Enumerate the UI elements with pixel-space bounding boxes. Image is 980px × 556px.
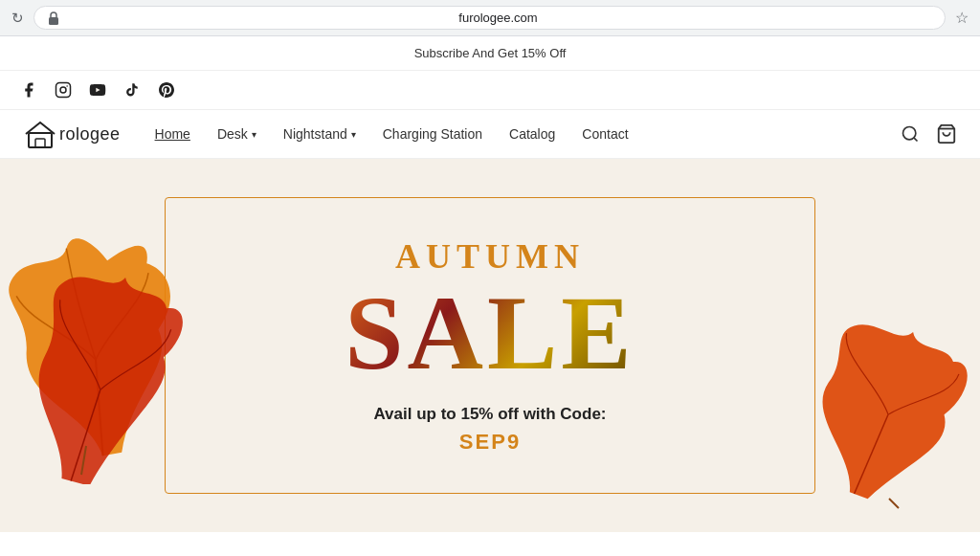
promo-banner: Subscribe And Get 15% Off: [0, 36, 980, 71]
hero-sale-text: SALE: [223, 280, 757, 386]
logo-house-icon: [23, 120, 57, 148]
chevron-down-icon: ▾: [351, 129, 356, 140]
nav-link-charging-station[interactable]: Charging Station: [383, 126, 482, 142]
hero-promo-code: SEP9: [223, 430, 757, 455]
svg-line-8: [914, 138, 918, 142]
social-bar: [0, 71, 980, 110]
browser-nav-icons: ↻: [11, 10, 24, 27]
hero-autumn-text: AUTUMN: [223, 236, 757, 277]
hero-subtitle: Avail up to 15% off with Code:: [223, 405, 757, 424]
hero-banner-box: AUTUMN SALE Avail up to 15% off with Cod…: [165, 197, 815, 494]
svg-rect-0: [49, 17, 58, 25]
nav-link-home[interactable]: Home: [155, 126, 190, 142]
url-text: furologee.com: [65, 11, 931, 25]
tiktok-icon[interactable]: [122, 80, 142, 100]
logo-text: rologee: [59, 124, 121, 145]
nav-link-desk[interactable]: Desk ▾: [217, 126, 256, 142]
hero-section: AUTUMN SALE Avail up to 15% off with Cod…: [0, 159, 980, 532]
youtube-icon[interactable]: [88, 80, 107, 100]
reload-icon[interactable]: ↻: [11, 10, 24, 27]
nav-link-nightstand[interactable]: Nightstand ▾: [283, 126, 356, 142]
navbar: rologee Home Desk ▾ Nightstand ▾ Chargin…: [0, 110, 980, 159]
url-bar[interactable]: furologee.com: [33, 6, 946, 30]
nav-actions: [900, 123, 957, 145]
svg-rect-1: [56, 83, 71, 98]
search-icon: [901, 124, 920, 144]
svg-line-11: [889, 499, 899, 508]
svg-point-3: [66, 85, 68, 87]
nav-links: Home Desk ▾ Nightstand ▾ Charging Statio…: [155, 126, 900, 142]
lock-icon: [48, 11, 59, 25]
instagram-icon[interactable]: [54, 80, 73, 100]
pinterest-icon[interactable]: [157, 80, 176, 100]
cart-icon: [936, 123, 957, 145]
promo-text: Subscribe And Get 15% Off: [414, 46, 567, 60]
address-bar: ↻ furologee.com ☆: [0, 0, 980, 35]
svg-point-7: [903, 127, 916, 140]
logo[interactable]: rologee: [23, 120, 121, 148]
nav-link-contact[interactable]: Contact: [582, 126, 628, 142]
bookmark-star-icon[interactable]: ☆: [955, 9, 969, 27]
search-button[interactable]: [900, 123, 921, 145]
browser-chrome: ↻ furologee.com ☆: [0, 0, 980, 36]
facebook-icon[interactable]: [19, 80, 38, 100]
svg-point-2: [60, 87, 66, 93]
leaf-decoration-left: [0, 197, 201, 484]
nav-link-catalog[interactable]: Catalog: [509, 126, 555, 142]
leaf-decoration-right: [789, 322, 980, 513]
chevron-down-icon: ▾: [252, 129, 256, 140]
cart-button[interactable]: [936, 123, 957, 145]
svg-rect-5: [29, 133, 52, 147]
svg-rect-6: [35, 139, 45, 147]
